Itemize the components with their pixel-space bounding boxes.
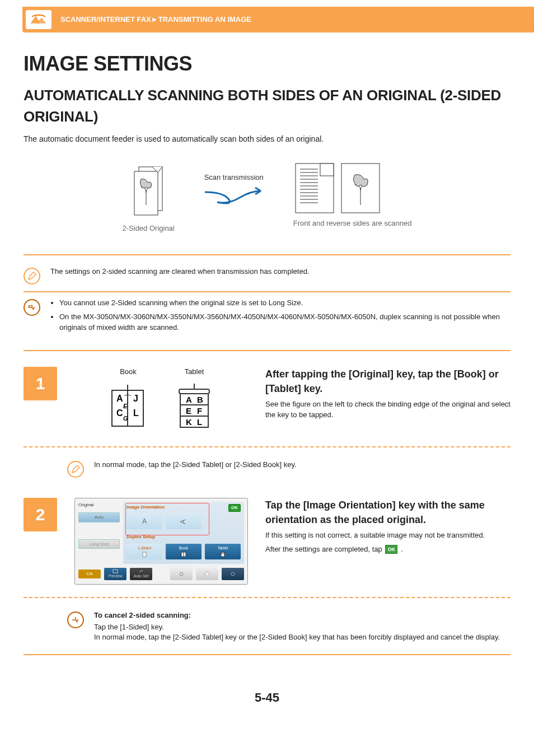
step-number-2: 2 [24, 498, 57, 531]
panel-auto-button[interactable]: Auto [78, 512, 120, 522]
panel-settings-icon[interactable] [170, 568, 193, 580]
prohibit-note-icon [24, 299, 40, 316]
svg-rect-43 [113, 570, 118, 573]
book-binding-icon: A C J L E G [106, 380, 150, 431]
step-1-heading: After tapping the [Original] key, tap th… [265, 367, 510, 396]
transmission-arrow-icon [200, 185, 268, 208]
breadcrumb-right: TRANSMITTING AN IMAGE [158, 15, 251, 25]
svg-rect-38 [143, 552, 146, 557]
svg-text:L: L [133, 408, 139, 418]
svg-rect-41 [221, 552, 224, 557]
note-limit-1: You cannot use 2-Sided scanning when the… [59, 298, 510, 309]
scanned-tree-icon [339, 161, 382, 215]
svg-text:L: L [197, 417, 202, 427]
bottom-rule [24, 654, 510, 655]
pencil-note-icon [24, 268, 40, 284]
note-cleared: The settings on 2-sided scanning are cle… [50, 267, 510, 277]
breadcrumb-bar: SCANNER/INTERNET FAX ► TRANSMITTING AN I… [22, 7, 534, 32]
book-label: Book [106, 367, 150, 377]
svg-rect-27 [180, 390, 208, 427]
panel-original-label: Original [78, 502, 120, 508]
tablet-label: Tablet [172, 367, 216, 377]
svg-text:B: B [197, 395, 203, 404]
step-2-heading: Tap the [Image Orientation] key with the… [265, 498, 510, 527]
svg-text:K: K [186, 417, 192, 427]
scanned-lines-icon [293, 161, 336, 215]
svg-text:E: E [123, 403, 128, 409]
panel-start-button[interactable] [222, 568, 244, 580]
panel-preview-button[interactable]: Preview [104, 568, 127, 580]
step-1-body: See the figure on the left to check the … [265, 399, 510, 421]
pencil-note-icon [67, 461, 84, 478]
two-sided-caption: 2-Sided Original [123, 223, 175, 234]
breadcrumb-sep: ► [151, 15, 158, 25]
two-sided-original-icon [129, 161, 168, 217]
panel-home-button[interactable] [196, 568, 218, 580]
panel-auto-set-button[interactable]: Auto Set [130, 568, 152, 580]
cancel-line-2: In normal mode, tap the [2-Sided Tablet]… [94, 632, 510, 643]
step-2-body: If this setting is not correct, a suitab… [265, 530, 510, 541]
page-number: 5-45 [24, 689, 510, 707]
note-limit-2: On the MX-3050N/MX-3060N/MX-3550N/MX-356… [59, 312, 510, 333]
svg-rect-14 [320, 164, 334, 176]
cancel-line-1: Tap the [1-Sided] key. [94, 622, 510, 633]
touch-panel-mock: Original Auto Long Size Image Orientatio… [74, 498, 248, 585]
dashed-divider [24, 446, 510, 447]
svg-point-44 [180, 572, 183, 576]
svg-text:E: E [186, 406, 191, 416]
svg-text:J: J [133, 394, 138, 403]
scan-diagram: 2-Sided Original Scan transmission [24, 161, 510, 234]
intro-text: The automatic document feeder is used to… [24, 133, 510, 144]
step-2: 2 Original Auto Long Size Image Orientat… [24, 498, 510, 585]
page-title: IMAGE SETTINGS [24, 49, 510, 78]
step-1-hint: In normal mode, tap the [2-Sided Tablet]… [94, 460, 510, 470]
book-button[interactable]: Book [166, 544, 202, 559]
tablet-binding-icon: A B E F K L [172, 380, 216, 431]
step-2-after: After the settings are completed, tap OK… [265, 544, 510, 555]
svg-text:F: F [197, 406, 202, 416]
scanned-caption: Front and reverse sides are scanned [293, 218, 412, 229]
scanner-fax-icon [26, 10, 51, 29]
section-title: AUTOMATICALLY SCANNING BOTH SIDES OF AN … [24, 85, 510, 127]
svg-text:A: A [186, 395, 192, 404]
step-1: 1 Book A C J L E G [24, 367, 510, 434]
tablet-button[interactable]: Tablet [205, 544, 241, 559]
breadcrumb-left: SCANNER/INTERNET FAX [60, 15, 151, 25]
cancel-title: To cancel 2-sided scanning: [94, 610, 510, 621]
svg-point-45 [231, 572, 235, 576]
step-number-1: 1 [24, 367, 57, 400]
ok-icon: OK [385, 545, 397, 554]
panel-ca-button[interactable]: CA [78, 570, 101, 578]
dashed-divider [24, 597, 510, 598]
svg-text:C: C [116, 408, 123, 418]
svg-rect-28 [179, 389, 209, 394]
image-orientation-highlight [125, 503, 209, 535]
panel-long-size-button[interactable]: Long Size [78, 539, 120, 549]
panel-ok-button[interactable]: OK [228, 504, 241, 512]
prohibit-note-icon [67, 612, 84, 628]
svg-text:A: A [116, 394, 123, 403]
svg-text:G: G [123, 415, 128, 422]
scan-transmission-label: Scan transmission [200, 172, 268, 183]
one-sided-button[interactable]: 1-Sided [127, 544, 162, 559]
